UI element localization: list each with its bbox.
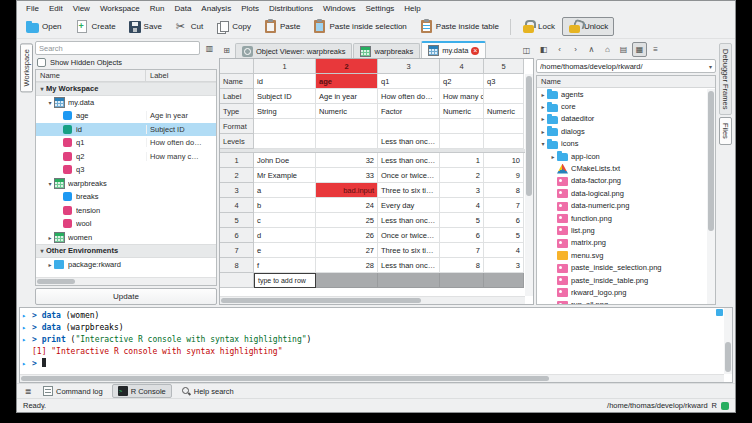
grid-cell[interactable] (484, 134, 524, 149)
grid-cell[interactable] (440, 273, 484, 288)
meta-row-header[interactable]: Format (220, 119, 254, 134)
grid-cell[interactable]: Numeric (316, 104, 378, 119)
column-header[interactable]: 1 (254, 59, 316, 74)
grid-cell[interactable]: 3 (484, 258, 524, 273)
toolbar-button[interactable]: Paste inside selection (307, 17, 412, 36)
grid-cell[interactable]: type to add row (254, 273, 316, 288)
grid-cell[interactable] (254, 134, 316, 149)
row-header[interactable]: 4 (220, 198, 254, 213)
grid-cell[interactable]: 24 (316, 198, 378, 213)
file-tree-row[interactable]: rkward_logo.png (537, 286, 715, 298)
grid-cell[interactable]: 8 (484, 183, 524, 198)
split-view-icon[interactable]: ⊞ (219, 43, 234, 58)
update-button[interactable]: Update (35, 288, 217, 305)
workspace-tree-row[interactable]: q2 How many c… (36, 150, 216, 164)
grid-cell[interactable]: c (254, 213, 316, 228)
grid-cell[interactable]: String (254, 104, 316, 119)
menu-item[interactable]: Plots (236, 3, 264, 14)
expander-icon[interactable]: ▾ (38, 85, 46, 92)
tool-view-tab[interactable]: Help search (175, 384, 240, 398)
column-header-label[interactable]: Label (146, 70, 216, 81)
meta-row-header[interactable]: Levels (220, 134, 254, 149)
grid-cell[interactable]: 25 (316, 213, 378, 228)
grid-cell[interactable] (378, 119, 440, 134)
grid-cell[interactable]: Three to six ti… (378, 183, 440, 198)
file-tree-row[interactable]: ▸ core (537, 100, 715, 112)
horizontal-scrollbar[interactable] (36, 277, 216, 285)
file-tree-row[interactable]: data-factor.png (537, 175, 715, 187)
workspace-tree-row[interactable]: ▾ My Workspace (36, 82, 216, 96)
workspace-tree-row[interactable]: ▸ package:rkward (36, 258, 216, 272)
toolbar-button[interactable]: Copy (210, 17, 257, 36)
grid-cell[interactable]: 9 (484, 168, 524, 183)
menu-item[interactable]: Settings (360, 3, 399, 14)
file-tree-row[interactable]: data-numeric.png (537, 200, 715, 212)
file-tree-row[interactable]: ▸ dataeditor (537, 113, 715, 125)
grid-cell[interactable]: 26 (316, 228, 378, 243)
file-tree-row[interactable]: ▸ app-icon (537, 150, 715, 162)
grid-cell[interactable]: 28 (316, 258, 378, 273)
close-tab-icon[interactable]: × (471, 47, 479, 55)
menu-item[interactable]: View (68, 3, 95, 14)
grid-cell[interactable]: a (254, 183, 316, 198)
file-tree-row[interactable]: ▾ icons (537, 138, 715, 150)
grid-cell[interactable] (484, 273, 524, 288)
grid-cell[interactable]: John Doe (254, 153, 316, 168)
file-tree-row[interactable]: paste_inside_table.png (537, 274, 715, 286)
path-combobox[interactable]: /home/thomas/develop/rkward/ ▾ (536, 59, 716, 73)
expander-icon[interactable]: ▸ (46, 261, 54, 268)
document-tab[interactable]: my.data × (421, 41, 486, 58)
grid-cell[interactable]: Less than onc… (378, 213, 440, 228)
grid-cell[interactable]: e (254, 243, 316, 258)
expander-icon[interactable]: ▾ (38, 247, 46, 254)
right-tool-tab[interactable]: Files (719, 117, 732, 145)
grid-cell[interactable]: Factor (378, 104, 440, 119)
workspace-tree-row[interactable]: ▾ warpbreaks (36, 177, 216, 191)
grid-cell[interactable]: Less than onc… (378, 153, 440, 168)
document-tab[interactable]: warpbreaks (353, 43, 420, 58)
grid-cell[interactable]: q2 (440, 74, 484, 89)
grid-cell[interactable]: Mr Example (254, 168, 316, 183)
grid-cell[interactable]: b (254, 198, 316, 213)
tree-view-icon[interactable]: ▦ (632, 42, 647, 57)
column-header[interactable]: 3 (378, 59, 440, 74)
grid-cell[interactable]: bad.input (316, 183, 378, 198)
grid-cell[interactable]: Once or twice… (378, 168, 440, 183)
menu-item[interactable]: Windows (318, 3, 360, 14)
workspace-tree-row[interactable]: ▾ my.data (36, 96, 216, 110)
grid-cell[interactable] (378, 273, 440, 288)
file-tree-row[interactable]: matrix.png (537, 237, 715, 249)
expander-icon[interactable]: ▸ (549, 153, 557, 160)
grid-cell[interactable]: f (254, 258, 316, 273)
r-engine-status-icon[interactable] (721, 402, 729, 410)
expander-icon[interactable]: ▸ (539, 103, 547, 110)
grid-cell[interactable]: Numeric (484, 104, 524, 119)
column-header-name[interactable]: Name (36, 70, 146, 81)
workspace-tree-row[interactable]: id Subject ID (36, 123, 216, 137)
grid-cell[interactable]: 4 (440, 198, 484, 213)
file-tree-row[interactable]: ▸ dialogs (537, 125, 715, 137)
grid-cell[interactable]: age (316, 74, 378, 89)
workspace-tree-row[interactable]: age Age in year (36, 109, 216, 123)
row-header[interactable]: 7 (220, 243, 254, 258)
grid-cell[interactable] (316, 134, 378, 149)
tool-view-tab[interactable]: R Console (112, 384, 172, 398)
tool-view-tab[interactable]: Command log (37, 384, 109, 398)
file-tree-row[interactable]: paste_inside_selection.png (537, 261, 715, 273)
file-tree-row[interactable]: menu.svg (537, 249, 715, 261)
toolbar-button[interactable]: Lock (516, 17, 561, 36)
expander-icon[interactable]: ▸ (46, 234, 54, 241)
menu-item[interactable]: Distributions (264, 3, 318, 14)
expander-icon[interactable]: ▾ (46, 180, 54, 187)
grid-cell[interactable] (316, 273, 378, 288)
grid-cell[interactable]: 10 (484, 153, 524, 168)
grid-cell[interactable]: 32 (316, 153, 378, 168)
grid-cell[interactable]: 8 (440, 258, 484, 273)
horizontal-scrollbar[interactable] (220, 296, 525, 304)
grid-cell[interactable]: Less than onc… (378, 134, 440, 149)
workspace-tree-row[interactable]: q1 How often do… (36, 136, 216, 150)
meta-row-header[interactable]: Name (220, 74, 254, 89)
grid-cell[interactable] (254, 119, 316, 134)
menu-item[interactable]: Workspace (95, 3, 145, 14)
grid-cell[interactable] (440, 134, 484, 149)
